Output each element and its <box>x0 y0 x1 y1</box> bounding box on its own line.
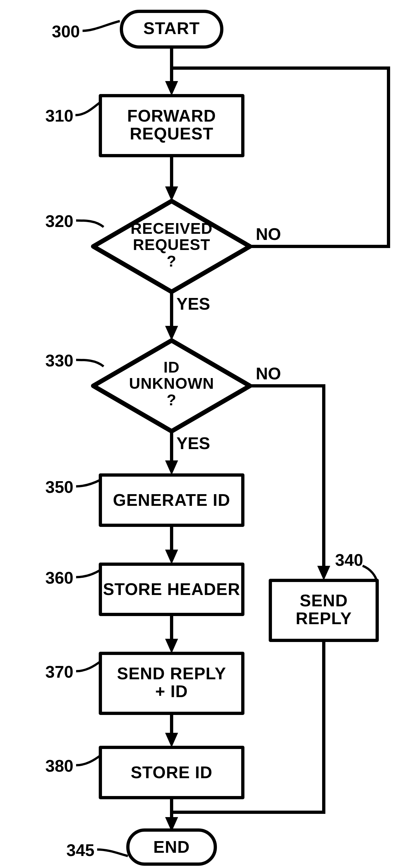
node-start <box>121 11 222 47</box>
arrowhead <box>165 460 178 475</box>
leader-345 <box>97 849 128 856</box>
node-send-reply-id <box>100 653 243 713</box>
node-store-id <box>100 747 243 798</box>
leader-310 <box>75 102 100 115</box>
arrowhead <box>317 566 330 580</box>
node-generate-id <box>100 475 243 525</box>
arrowhead <box>165 550 178 564</box>
leader-320 <box>76 220 104 227</box>
leader-300 <box>82 21 120 31</box>
arrowhead <box>165 81 178 96</box>
flowchart-canvas: START FORWARD REQUEST RECEIVED REQUEST ?… <box>0 0 417 868</box>
edge-idq-sreply <box>249 386 324 574</box>
leader-380 <box>76 755 100 765</box>
arrowhead <box>165 639 178 653</box>
leader-330 <box>76 360 104 366</box>
leader-360 <box>76 570 100 577</box>
arrowhead <box>165 733 178 747</box>
node-id-unknown <box>93 340 250 431</box>
leader-350 <box>76 480 100 486</box>
node-send-reply <box>270 580 377 640</box>
node-received-request <box>93 201 250 292</box>
leader-370 <box>76 661 100 671</box>
node-forward-request <box>100 96 243 156</box>
node-end <box>128 830 215 864</box>
node-store-header <box>100 564 243 615</box>
flowchart-svg <box>0 0 417 868</box>
